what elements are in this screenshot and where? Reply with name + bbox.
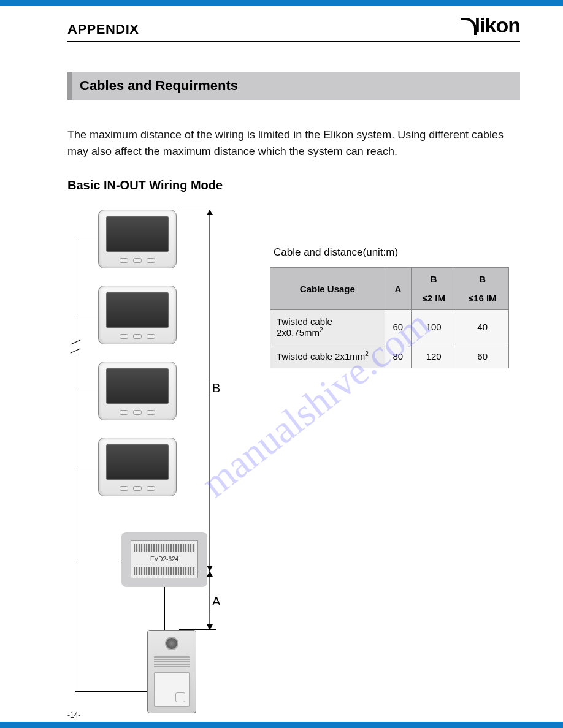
cell-usage: Twisted cable 2x0.75mm2 bbox=[270, 310, 385, 344]
cable-table-area: Cable and distance(unit:m) Cable Usage A… bbox=[270, 246, 509, 368]
col-header-b1: B ≤2 IM bbox=[411, 268, 456, 310]
cell-a: 60 bbox=[385, 310, 411, 344]
wire-branch bbox=[75, 559, 121, 559]
section-heading: Cables and Requirments bbox=[67, 72, 520, 100]
table-row: Twisted cable 2x1mm2 80 120 60 bbox=[270, 344, 509, 368]
wire-branch bbox=[75, 390, 98, 390]
dimension-b-label: B bbox=[210, 381, 223, 395]
bottom-accent-bar bbox=[0, 722, 563, 728]
section-paragraph: The maximum distance of the wiring is li… bbox=[67, 127, 520, 160]
col-header-b2: B ≤16 IM bbox=[456, 268, 509, 310]
wire-branch bbox=[75, 238, 98, 238]
table-caption: Cable and distance(unit:m) bbox=[274, 246, 509, 259]
monitor-icon bbox=[98, 210, 177, 268]
table-row: Twisted cable 2x0.75mm2 60 100 40 bbox=[270, 310, 509, 344]
monitor-icon bbox=[98, 362, 177, 420]
cell-b2: 40 bbox=[456, 310, 509, 344]
wire-bus bbox=[75, 238, 75, 691]
col-header-a: A bbox=[385, 268, 411, 310]
wire-branch bbox=[75, 466, 98, 466]
page-title: APPENDIX bbox=[67, 21, 139, 37]
wire-break-icon bbox=[70, 338, 81, 357]
dimension-a-label: A bbox=[210, 594, 223, 609]
brand-name: likon bbox=[475, 13, 520, 37]
dimension-a: A bbox=[204, 571, 216, 630]
cell-usage: Twisted cable 2x1mm2 bbox=[270, 344, 385, 368]
door-station-icon bbox=[147, 630, 196, 713]
monitor-icon bbox=[98, 438, 177, 496]
page-content: APPENDIX likon Cables and Requirments Th… bbox=[67, 13, 520, 716]
content-area: EVD2-624 B bbox=[67, 210, 520, 718]
monitor-icon bbox=[98, 286, 177, 344]
subsection-heading: Basic IN-OUT Wiring Mode bbox=[67, 178, 520, 192]
brand-logo: likon bbox=[461, 13, 520, 37]
col-header-usage: Cable Usage bbox=[270, 268, 385, 310]
wire-branch bbox=[164, 587, 165, 630]
cell-b1: 100 bbox=[411, 310, 456, 344]
distributor-label: EVD2-624 bbox=[131, 556, 197, 563]
header: APPENDIX likon bbox=[67, 13, 520, 42]
wire-branch bbox=[75, 314, 98, 314]
cell-b2: 60 bbox=[456, 344, 509, 368]
cable-distance-table: Cable Usage A B ≤2 IM B ≤16 IM bbox=[270, 267, 509, 368]
monitor-stack bbox=[98, 210, 177, 514]
dimension-b: B bbox=[204, 210, 216, 571]
top-accent-bar bbox=[0, 0, 563, 6]
cell-b1: 120 bbox=[411, 344, 456, 368]
page-number: -14- bbox=[67, 711, 80, 719]
distributor-icon: EVD2-624 bbox=[121, 532, 207, 587]
cell-a: 80 bbox=[385, 344, 411, 368]
